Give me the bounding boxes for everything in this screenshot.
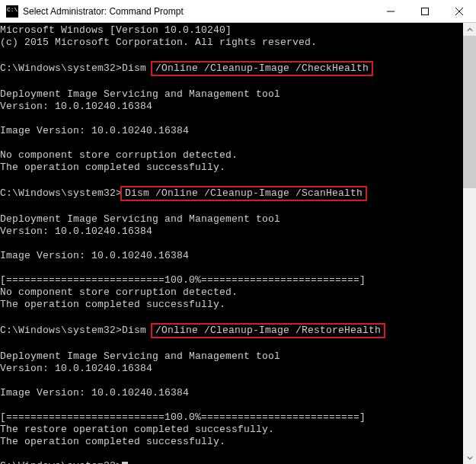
highlight-scanhealth: Dism /Online /Cleanup-Image /ScanHealth [120,186,367,201]
output-line: (c) 2015 Microsoft Corporation. All righ… [0,37,463,49]
cmd-text: Dism [122,325,152,336]
output-line [0,49,463,61]
output-line [0,76,463,88]
output-line [0,262,463,274]
output-line [0,338,463,350]
output-line [0,448,463,460]
prompt: C:\Windows\system32> [0,460,122,464]
command-line: C:\Windows\system32>Dism /Online /Cleanu… [0,186,463,201]
output-line: Image Version: 10.0.10240.16384 [0,387,463,399]
close-button[interactable] [442,0,476,22]
prompt: C:\Windows\system32> [0,325,122,336]
scroll-up-button[interactable] [463,23,476,36]
output-line [0,137,463,149]
output-line: Deployment Image Servicing and Managemen… [0,350,463,363]
svg-rect-1 [421,8,428,14]
output-line: No component store corruption detected. [0,286,463,299]
terminal-output[interactable]: Microsoft Windows [Version 10.0.10240](c… [0,23,463,464]
output-line: The operation completed successfully. [0,299,463,311]
cmd-icon [6,5,18,18]
output-line [0,375,463,387]
prompt: C:\Windows\system32> [0,62,122,74]
window-controls [373,0,476,22]
command-line: C:\Windows\system32>Dism /Online /Cleanu… [0,61,463,76]
output-line [0,238,463,250]
output-line [0,311,463,323]
output-line: Version: 10.0.10240.16384 [0,101,463,113]
output-line: Deployment Image Servicing and Managemen… [0,213,463,226]
output-line: The restore operation completed successf… [0,424,463,436]
highlight-checkhealth: /Online /Cleanup-Image /CheckHealth [151,61,373,76]
terminal-area: Microsoft Windows [Version 10.0.10240](c… [0,23,476,464]
output-line [0,399,463,411]
output-line: The operation completed successfully. [0,436,463,448]
output-line: Version: 10.0.10240.16384 [0,363,463,375]
window-title: Select Administrator: Command Prompt [23,6,373,17]
prompt: C:\Windows\system32> [0,187,122,199]
maximize-button[interactable] [407,0,442,22]
output-line: Microsoft Windows [Version 10.0.10240] [0,24,463,37]
highlight-restorehealth: /Online /Cleanup-Image /RestoreHealth [151,323,385,338]
output-line: No component store corruption detected. [0,149,463,162]
output-line: [==========================100.0%=======… [0,274,463,286]
minimize-button[interactable] [373,0,407,22]
output-line: Image Version: 10.0.10240.16384 [0,250,463,262]
output-line: [==========================100.0%=======… [0,411,463,424]
output-line: Version: 10.0.10240.16384 [0,226,463,238]
output-line [0,201,463,213]
output-line [0,113,463,125]
titlebar: Select Administrator: Command Prompt [0,0,476,23]
scroll-thumb[interactable] [463,36,476,188]
output-line: The operation completed successfully. [0,162,463,174]
scrollbar[interactable] [463,23,476,464]
prompt-line: C:\Windows\system32> [0,460,463,464]
output-line: Deployment Image Servicing and Managemen… [0,88,463,101]
scroll-down-button[interactable] [463,451,476,464]
output-line: Image Version: 10.0.10240.16384 [0,125,463,137]
command-line: C:\Windows\system32>Dism /Online /Cleanu… [0,323,463,338]
output-line [0,174,463,186]
cmd-text: Dism [122,62,152,74]
